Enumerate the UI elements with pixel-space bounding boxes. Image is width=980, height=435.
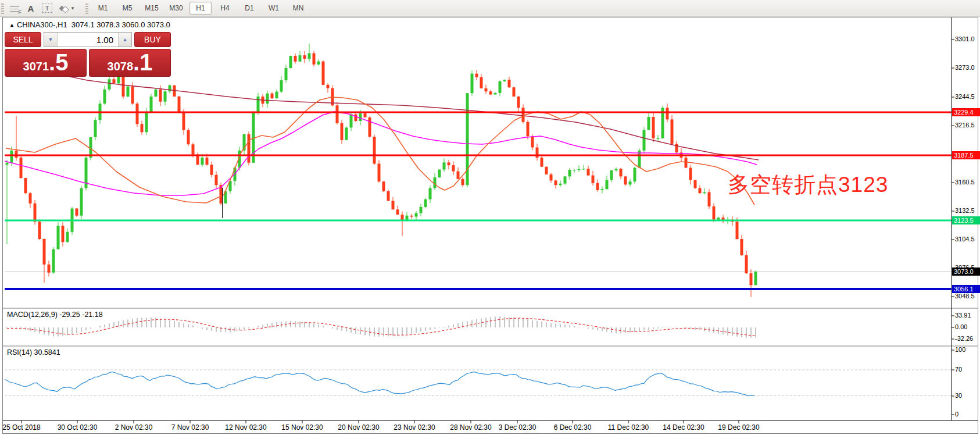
candle-body — [145, 112, 148, 132]
candle-body — [485, 88, 488, 91]
candle-body — [103, 90, 106, 104]
candle-body — [43, 239, 46, 265]
date-tick-label: 2 Nov 02:30 — [115, 423, 153, 432]
candle-body — [652, 117, 655, 138]
axis-tick-label: 3104.5 — [955, 236, 975, 243]
ohlc-values: 3074.1 3078.3 3060.0 3073.0 — [71, 20, 170, 29]
candle-body — [457, 172, 460, 179]
candle-body — [80, 188, 83, 216]
candle-body — [448, 162, 450, 165]
axis-tick-label: 70 — [955, 366, 962, 373]
candle-body — [587, 169, 590, 175]
candle-body — [76, 209, 78, 216]
candle-body — [713, 206, 716, 220]
candle-body — [169, 85, 171, 92]
candle-body — [382, 181, 385, 191]
candle-body — [643, 130, 646, 151]
candle-body — [294, 56, 297, 62]
sell-price-display[interactable]: 3071.5 — [5, 49, 87, 77]
date-tick-label: 28 Nov 02:30 — [450, 423, 491, 432]
candle-body — [373, 137, 376, 163]
candle-body — [657, 138, 660, 139]
candle-body — [648, 117, 650, 130]
candle-body — [578, 169, 581, 170]
candle-body — [66, 232, 69, 243]
candle-body — [303, 55, 306, 59]
candle-body — [257, 97, 260, 112]
candle-body — [689, 168, 692, 180]
sell-button[interactable]: SELL — [5, 32, 41, 47]
candle-body — [699, 188, 702, 194]
buy-price-display[interactable]: 3078.1 — [89, 49, 171, 77]
candle-body — [666, 108, 669, 119]
date-tick-label: 25 Oct 2018 — [2, 423, 40, 432]
date-tick-label: 11 Dec 02:30 — [608, 423, 649, 432]
candle-body — [508, 80, 511, 87]
axis-tick-label: 0 — [955, 411, 958, 418]
candle-body — [369, 117, 371, 137]
date-tick-label: 23 Nov 02:30 — [394, 423, 435, 432]
candle-body — [629, 181, 632, 184]
candle-body — [187, 130, 190, 145]
macd-signal-line — [7, 318, 756, 336]
candle-body — [596, 183, 599, 190]
axis-tick-label: 0.00 — [955, 323, 967, 330]
candle-body — [517, 97, 520, 108]
date-tick-label: 6 Dec 02:30 — [554, 423, 592, 432]
volume-input[interactable] — [58, 33, 118, 47]
candle-body — [280, 80, 283, 92]
candle-body — [271, 94, 274, 98]
candle-body — [634, 168, 636, 182]
candle-body — [745, 255, 748, 273]
candle-body — [489, 91, 492, 94]
candle-body — [355, 115, 357, 121]
candle-body — [527, 122, 530, 137]
candle-body — [387, 191, 390, 201]
candle-body — [396, 209, 399, 215]
candle-body — [443, 162, 446, 169]
candle-body — [671, 119, 674, 144]
sell-price-main: 3071 — [23, 54, 49, 79]
candle-body — [350, 115, 353, 128]
date-tick-label: 20 Nov 02:30 — [338, 423, 379, 432]
candle-body — [127, 87, 130, 97]
candle-body — [178, 97, 181, 112]
date-tick-label: 30 Oct 02:30 — [58, 423, 98, 432]
candle-body — [703, 192, 706, 194]
candle-body — [592, 176, 595, 183]
candle-body — [378, 164, 381, 182]
volume-increase-button[interactable]: ▲ — [118, 33, 131, 47]
candle-body — [248, 134, 251, 163]
candle-body — [15, 151, 18, 158]
candle-body — [754, 272, 757, 285]
ma-slow-line — [53, 73, 759, 160]
volume-decrease-button[interactable]: ▼ — [44, 33, 58, 47]
candle-body — [10, 151, 13, 163]
date-tick-label: 7 Nov 02:30 — [171, 423, 209, 432]
buy-button[interactable]: BUY — [134, 32, 171, 47]
candle-body — [531, 136, 534, 147]
chart-text-annotation[interactable]: 多空转折点3123 — [728, 170, 888, 199]
candle-body — [34, 204, 37, 222]
candle-body — [94, 120, 97, 137]
candle-body — [192, 144, 195, 155]
candle-body — [164, 91, 167, 102]
price-tag-3229.4: 3229.4 — [952, 108, 980, 116]
candle-body — [392, 201, 395, 209]
candle-body — [113, 79, 116, 83]
one-click-trading-panel: SELL ▼ ▲ BUY 3071.5 3078.1 — [5, 32, 171, 77]
candle-body — [336, 105, 339, 123]
date-tick-label: 12 Nov 02:30 — [225, 423, 266, 432]
candle-body — [615, 169, 618, 170]
date-tick-label: 15 Nov 02:30 — [281, 423, 323, 432]
symbol-name: CHINA300-,H1 — [17, 20, 67, 29]
rsi-line — [5, 372, 754, 395]
candle-body — [410, 216, 413, 217]
price-tag-3187.5: 3187.5 — [952, 151, 980, 159]
candle-body — [159, 90, 162, 102]
candle-body — [359, 113, 362, 121]
candle-body — [29, 193, 32, 204]
candle-body — [317, 62, 320, 65]
candle-body — [38, 222, 41, 239]
candle-body — [401, 215, 404, 220]
